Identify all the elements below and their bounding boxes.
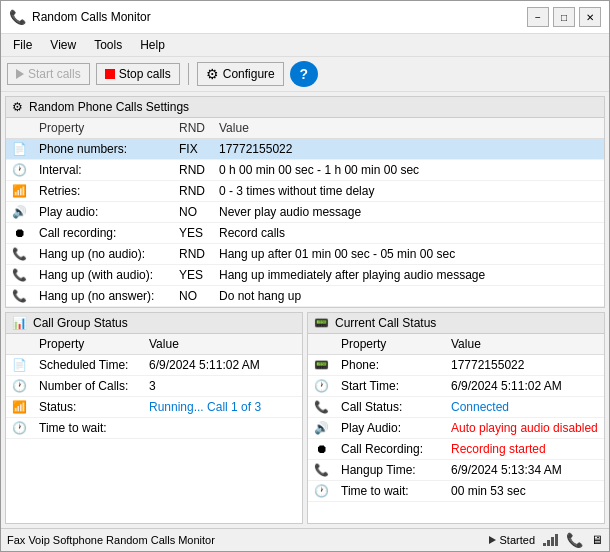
cc-row-icon: 🕐 bbox=[308, 481, 335, 502]
toolbar: Start calls Stop calls ⚙ Configure ? bbox=[1, 57, 609, 92]
gear-icon: ⚙ bbox=[206, 66, 219, 82]
status-text: Fax Voip Softphone Random Calls Monitor bbox=[7, 534, 215, 546]
row-icon: 📄 bbox=[6, 139, 33, 160]
settings-row: 📞 Hang up (with audio): YES Hang up imme… bbox=[6, 265, 604, 286]
minimize-button[interactable]: − bbox=[527, 7, 549, 27]
menu-help[interactable]: Help bbox=[132, 36, 173, 54]
cc-row-value: Auto playing audio disabled bbox=[445, 418, 604, 439]
close-button[interactable]: ✕ bbox=[579, 7, 601, 27]
cc-icon-col bbox=[308, 334, 335, 355]
settings-title: Random Phone Calls Settings bbox=[29, 100, 189, 114]
row-rnd: YES bbox=[173, 265, 213, 286]
settings-row: ⏺ Call recording: YES Record calls bbox=[6, 223, 604, 244]
row-icon: ⏺ bbox=[6, 223, 33, 244]
cc-row-icon: 🕐 bbox=[308, 376, 335, 397]
maximize-button[interactable]: □ bbox=[553, 7, 575, 27]
call-group-table: Property Value 📄 Scheduled Time: 6/9/202… bbox=[6, 334, 302, 439]
row-icon: 📞 bbox=[6, 265, 33, 286]
row-value: Hang up after 01 min 00 sec - 05 min 00 … bbox=[213, 244, 604, 265]
col-value-header: Value bbox=[213, 118, 604, 139]
menu-tools[interactable]: Tools bbox=[86, 36, 130, 54]
title-bar: 📞 Random Calls Monitor − □ ✕ bbox=[1, 1, 609, 34]
row-rnd: RND bbox=[173, 160, 213, 181]
row-value: Hang up immediately after playing audio … bbox=[213, 265, 604, 286]
current-call-title: Current Call Status bbox=[335, 316, 436, 330]
start-calls-button[interactable]: Start calls bbox=[7, 63, 90, 85]
configure-button[interactable]: ⚙ Configure bbox=[197, 62, 284, 86]
cc-val-col: Value bbox=[445, 334, 604, 355]
settings-row: 📞 Hang up (no answer): NO Do not hang up bbox=[6, 286, 604, 307]
row-value: 0 - 3 times without time delay bbox=[213, 181, 604, 202]
menu-file[interactable]: File bbox=[5, 36, 40, 54]
status-bar: Fax Voip Softphone Random Calls Monitor … bbox=[1, 528, 609, 551]
row-property: Hang up (no answer): bbox=[33, 286, 173, 307]
cg-row-icon: 🕐 bbox=[6, 376, 33, 397]
row-rnd: YES bbox=[173, 223, 213, 244]
call-group-icon: 📊 bbox=[12, 316, 27, 330]
cg-row-value: 6/9/2024 5:11:02 AM bbox=[143, 355, 302, 376]
stop-label: Stop calls bbox=[119, 67, 171, 81]
settings-header: ⚙ Random Phone Calls Settings bbox=[6, 97, 604, 118]
row-property: Play audio: bbox=[33, 202, 173, 223]
cc-row-property: Phone: bbox=[335, 355, 445, 376]
row-icon: 📞 bbox=[6, 286, 33, 307]
help-button[interactable]: ? bbox=[290, 61, 318, 87]
cc-row: 📟 Phone: 17772155022 bbox=[308, 355, 604, 376]
cc-row-value: 6/9/2024 5:11:02 AM bbox=[445, 376, 604, 397]
row-icon: 🕐 bbox=[6, 160, 33, 181]
row-rnd: NO bbox=[173, 286, 213, 307]
cc-row: 🕐 Start Time: 6/9/2024 5:11:02 AM bbox=[308, 376, 604, 397]
row-rnd: NO bbox=[173, 202, 213, 223]
call-group-title: Call Group Status bbox=[33, 316, 128, 330]
cg-row: 🕐 Number of Calls: 3 bbox=[6, 376, 302, 397]
row-icon: 📶 bbox=[6, 181, 33, 202]
col-icon-header bbox=[6, 118, 33, 139]
row-value: Never play audio message bbox=[213, 202, 604, 223]
menu-bar: File View Tools Help bbox=[1, 34, 609, 57]
phone-icon-status: 📞 bbox=[566, 532, 583, 548]
cc-row-value: 6/9/2024 5:13:34 AM bbox=[445, 460, 604, 481]
cc-row-property: Start Time: bbox=[335, 376, 445, 397]
settings-row: 📞 Hang up (no audio): RND Hang up after … bbox=[6, 244, 604, 265]
row-rnd: RND bbox=[173, 181, 213, 202]
row-rnd: FIX bbox=[173, 139, 213, 160]
col-rnd-header: RND bbox=[173, 118, 213, 139]
settings-table: Property RND Value 📄 Phone numbers: FIX … bbox=[6, 118, 604, 307]
cc-row: ⏺ Call Recording: Recording started bbox=[308, 439, 604, 460]
cg-row-property: Time to wait: bbox=[33, 418, 143, 439]
row-property: Hang up (with audio): bbox=[33, 265, 173, 286]
row-icon: 🔊 bbox=[6, 202, 33, 223]
play-icon bbox=[16, 69, 24, 79]
settings-section: ⚙ Random Phone Calls Settings Property R… bbox=[5, 96, 605, 308]
cg-row-property: Scheduled Time: bbox=[33, 355, 143, 376]
menu-view[interactable]: View bbox=[42, 36, 84, 54]
cc-row-icon: 📟 bbox=[308, 355, 335, 376]
help-label: ? bbox=[299, 66, 308, 82]
cc-row-icon: 🔊 bbox=[308, 418, 335, 439]
window-icon: 📞 bbox=[9, 9, 26, 25]
cc-row: 📞 Hangup Time: 6/9/2024 5:13:34 AM bbox=[308, 460, 604, 481]
call-group-header: 📊 Call Group Status bbox=[6, 313, 302, 334]
call-group-panel: 📊 Call Group Status Property Value 📄 Sch… bbox=[5, 312, 303, 524]
row-property: Call recording: bbox=[33, 223, 173, 244]
cc-row-icon: 📞 bbox=[308, 397, 335, 418]
stop-calls-button[interactable]: Stop calls bbox=[96, 63, 180, 85]
started-indicator: Started bbox=[489, 534, 535, 546]
cg-row: 📄 Scheduled Time: 6/9/2024 5:11:02 AM bbox=[6, 355, 302, 376]
cc-row: 📞 Call Status: Connected bbox=[308, 397, 604, 418]
current-call-panel: 📟 Current Call Status Property Value 📟 P… bbox=[307, 312, 605, 524]
cg-row: 📶 Status: Running... Call 1 of 3 bbox=[6, 397, 302, 418]
row-property: Interval: bbox=[33, 160, 173, 181]
settings-row: 🔊 Play audio: NO Never play audio messag… bbox=[6, 202, 604, 223]
row-icon: 📞 bbox=[6, 244, 33, 265]
main-window: 📞 Random Calls Monitor − □ ✕ File View T… bbox=[0, 0, 610, 552]
cg-row: 🕐 Time to wait: bbox=[6, 418, 302, 439]
cc-row-value: Recording started bbox=[445, 439, 604, 460]
cg-row-icon: 📄 bbox=[6, 355, 33, 376]
toolbar-separator bbox=[188, 63, 189, 85]
cc-row-property: Call Recording: bbox=[335, 439, 445, 460]
cc-row-icon: 📞 bbox=[308, 460, 335, 481]
cc-prop-col: Property bbox=[335, 334, 445, 355]
row-value: 17772155022 bbox=[213, 139, 604, 160]
current-call-icon: 📟 bbox=[314, 316, 329, 330]
